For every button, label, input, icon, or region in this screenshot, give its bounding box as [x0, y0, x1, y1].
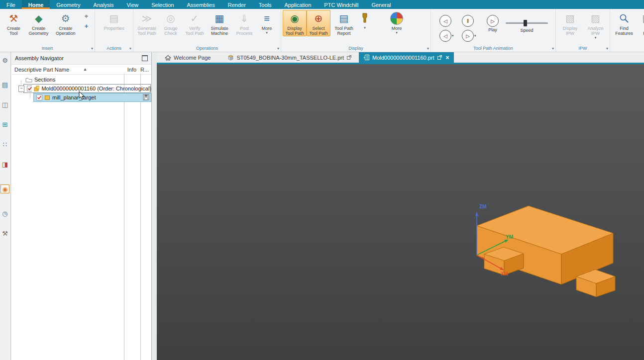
menu-selection[interactable]: Selection	[145, 0, 180, 9]
btn-label: Create Geometry	[29, 26, 49, 36]
reuse-library-icon[interactable]: ∷	[0, 140, 9, 149]
tab-st0549-part[interactable]: ST0549_BOBINA-30mm_TASSELLO-LE.prt	[223, 52, 356, 63]
go-to-start-button[interactable]: ◁	[439, 15, 451, 27]
simulate-machine-icon: ▦	[212, 11, 227, 25]
mill-checkbox[interactable]	[36, 94, 42, 100]
display-group-caret-icon[interactable]: ▾	[427, 46, 429, 51]
clipped-button-icon: ▦	[640, 11, 644, 25]
more-operations-button[interactable]: ≡ More ▾	[256, 10, 277, 35]
properties-icon: ▤	[107, 11, 121, 25]
column-header-r[interactable]: R...	[140, 67, 151, 73]
speed-slider-handle[interactable]	[524, 20, 527, 26]
menu-tools[interactable]: Tools	[252, 0, 278, 9]
tool-bit-icon[interactable]	[361, 13, 368, 23]
part-icon	[44, 94, 50, 100]
menu-home[interactable]: Home	[22, 0, 50, 9]
tool-bit-caret-icon[interactable]: ▾	[364, 26, 366, 29]
tree-row-sections[interactable]: Sections	[11, 75, 151, 84]
close-icon[interactable]: ×	[446, 54, 449, 61]
panel-window-icon[interactable]	[142, 55, 148, 61]
collapse-icon[interactable]: −	[18, 86, 24, 92]
btn-label: More	[392, 26, 402, 31]
simulate-machine-button[interactable]: ▦ Simulate Machine	[207, 10, 232, 36]
step-forward-button[interactable]: ▷	[462, 30, 474, 42]
menu-assemblies[interactable]: Assemblies	[180, 0, 221, 9]
ribbon-group-actions: ▤ Properties Actions ▾	[95, 9, 133, 52]
3d-viewport[interactable]: ZM YM XM	[157, 64, 644, 360]
assembly-navigator-icon[interactable]: ▤	[0, 81, 9, 90]
document-tab-bar: Welcome Page ST0549_BOBINA-30mm_TASSELLO…	[157, 52, 644, 64]
save-state-icon[interactable]	[143, 94, 149, 100]
tools-icon[interactable]: ⚒	[0, 229, 9, 238]
tool-path-report-button[interactable]: ▤ Tool Path Report	[330, 10, 357, 36]
create-operation-icon: ⚙	[58, 11, 73, 25]
axis-label-zm: ZM	[479, 204, 486, 209]
ipw-group-caret-icon[interactable]: ▾	[606, 46, 608, 51]
tab-welcome-page[interactable]: Welcome Page	[160, 52, 215, 63]
menu-view[interactable]: View	[120, 0, 145, 9]
open-in-window-icon[interactable]	[437, 55, 442, 60]
operations-group-caret-icon[interactable]: ▾	[277, 46, 279, 51]
axis-label-ym: YM	[506, 234, 513, 240]
verify-tool-path-button[interactable]: ✓ Verify Tool Path	[183, 10, 207, 36]
create-operation-button[interactable]: ⚙ Create Operation	[52, 10, 80, 36]
active-navigator-icon[interactable]: ◉	[0, 184, 9, 193]
speed-slider[interactable]	[506, 22, 548, 24]
generate-tool-path-button[interactable]: ≫ Generate Tool Path	[135, 10, 159, 36]
tab-mold-part[interactable]: Mold00000000001160.prt ×	[359, 52, 454, 63]
column-header-name[interactable]: Descriptive Part Name ▲	[11, 67, 123, 73]
ribbon-group-display: ◉ Display Tool Path ⊕ Select Tool Path ▤…	[281, 9, 431, 52]
menu-analysis[interactable]: Analysis	[87, 0, 120, 9]
analyze-ipw-button[interactable]: ▨ Analyze IPW ▾	[583, 10, 608, 40]
menu-general[interactable]: General	[365, 0, 397, 9]
menu-file[interactable]: File	[0, 0, 22, 9]
menu-application[interactable]: Application	[278, 0, 318, 9]
csys-icon[interactable]: +	[85, 23, 89, 30]
part-navigator-icon[interactable]: ⊞	[0, 120, 9, 129]
axis-label-xm: XM	[501, 271, 508, 276]
graphics-canvas: ZM YM XM	[157, 64, 644, 360]
properties-button[interactable]: ▤ Properties	[100, 10, 128, 31]
analyze-ipw-caret-icon: ▾	[595, 36, 597, 39]
clipped-right-button[interactable]: ▦ Fi Fea	[637, 10, 644, 36]
menu-geometry[interactable]: Geometry	[50, 0, 87, 9]
column-header-info[interactable]: Info	[123, 67, 140, 73]
part-cube-icon	[227, 54, 234, 61]
create-tool-button[interactable]: ⚒ Create Tool	[1, 10, 25, 36]
more-display-button[interactable]: More ▾	[385, 10, 408, 35]
pause-button[interactable]: ‖	[462, 15, 474, 27]
gear-icon[interactable]: ⚙	[0, 56, 9, 65]
column-name-label: Descriptive Part Name	[14, 67, 69, 73]
menu-ptc-windchill[interactable]: PTC Windchill	[318, 0, 365, 9]
menu-render[interactable]: Render	[221, 0, 252, 9]
tree-label: Sections	[34, 77, 55, 83]
btn-label: Create Operation	[56, 26, 76, 36]
find-features-button[interactable]: Find Features	[612, 10, 637, 36]
display-tool-path-button[interactable]: ◉ Display Tool Path	[283, 10, 307, 36]
open-in-window-icon[interactable]	[346, 55, 352, 60]
btn-label: Select Tool Path	[309, 26, 328, 36]
btn-label: Post Process	[236, 26, 253, 36]
web-browser-icon[interactable]: ◨	[0, 160, 9, 169]
mold-model	[477, 206, 615, 297]
btn-label: Verify Tool Path	[185, 26, 204, 36]
post-process-button[interactable]: ⇓ Post Process	[232, 10, 256, 36]
constraint-navigator-icon[interactable]: ◫	[0, 100, 9, 109]
create-geometry-button[interactable]: ◆ Create Geometry	[25, 10, 51, 36]
animation-group-caret-icon[interactable]: ▾	[552, 46, 554, 51]
play-label: Play	[487, 27, 499, 32]
step-back-button[interactable]: ◁	[439, 30, 451, 42]
mold-checkbox[interactable]	[27, 86, 32, 91]
step-forward-caret-icon[interactable]: ▾	[474, 34, 476, 38]
step-back-caret-icon[interactable]: ▾	[452, 34, 454, 38]
display-ipw-button[interactable]: ▧ Display IPW	[557, 10, 583, 36]
play-button[interactable]: ▷	[487, 15, 499, 27]
actions-group-caret-icon[interactable]: ▾	[129, 46, 131, 51]
select-tool-path-button[interactable]: ⊕ Select Tool Path	[307, 10, 330, 36]
gouge-check-button[interactable]: ◎ Gouge Check	[159, 10, 183, 36]
ribbon-group-tool-path-animation: ◁ ‖ ▷ Play ◁ ▾ ▷ ▾ Speed Tool Path Anima…	[431, 9, 556, 52]
history-icon[interactable]: ◷	[0, 209, 9, 218]
clamp-icon[interactable]: ⌖	[85, 13, 88, 20]
insert-group-caret-icon[interactable]: ▾	[91, 46, 93, 51]
tree-label: Mold00000000001160 (Order: Chronological…	[41, 86, 151, 91]
